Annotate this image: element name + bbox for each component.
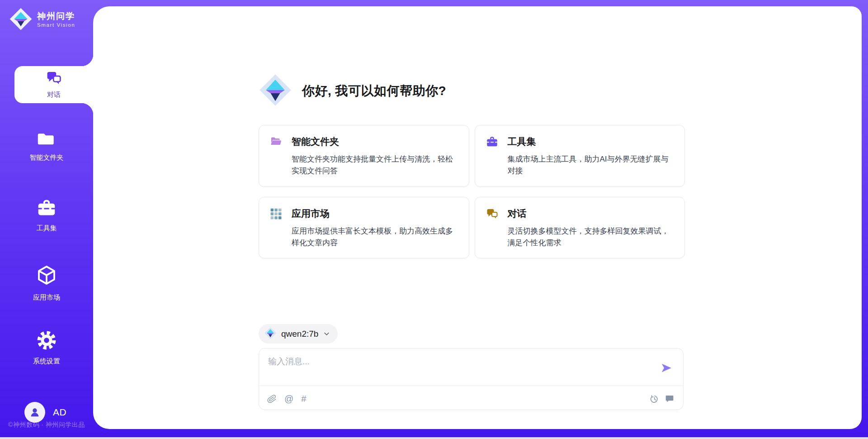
- sidebar-item-toolset[interactable]: 工具集: [0, 198, 93, 233]
- sidebar-item-label: 应用市场: [33, 293, 60, 302]
- sidebar-item-label: 工具集: [37, 224, 57, 233]
- sidebar-item-app-market[interactable]: 应用市场: [0, 264, 93, 302]
- chat-icon: [486, 207, 508, 221]
- greeting: 你好, 我可以如何帮助你?: [259, 73, 446, 109]
- hash-icon[interactable]: #: [301, 394, 306, 403]
- brand-diamond-icon: [9, 7, 33, 33]
- model-selector[interactable]: qwen2:7b: [259, 324, 338, 344]
- cube-icon: [36, 264, 57, 288]
- chat-icon: [46, 70, 62, 87]
- briefcase-icon: [37, 198, 57, 219]
- brand-logo: 神州问学 Smart Vision: [9, 7, 75, 33]
- composer-toolbar: @ #: [267, 390, 674, 407]
- history-icon[interactable]: [650, 394, 659, 404]
- greeting-title: 你好, 我可以如何帮助你?: [302, 82, 446, 100]
- avatar: [24, 402, 45, 423]
- card-toolset[interactable]: 工具集 集成市场上主流工具，助力AI与外界无缝扩展与对接: [475, 125, 685, 187]
- chevron-down-icon: [323, 330, 330, 338]
- feature-cards: 智能文件夹 智能文件夹功能支持批量文件上传与清洗，轻松实现文件问答: [259, 125, 685, 258]
- composer-divider: [259, 386, 683, 386]
- brand-name: 神州问学: [37, 11, 75, 21]
- sidebar-item-smart-folder[interactable]: 智能文件夹: [0, 130, 93, 162]
- sidebar-item-label: 智能文件夹: [30, 153, 64, 162]
- brand-subtitle: Smart Vision: [37, 22, 75, 28]
- sidebar-item-settings[interactable]: 系统设置: [0, 330, 93, 366]
- card-title: 对话: [508, 207, 674, 221]
- briefcase-icon: [486, 135, 508, 149]
- card-description: 集成市场上主流工具，助力AI与外界无缝扩展与对接: [508, 153, 674, 177]
- card-description: 智能文件夹功能支持批量文件上传与清洗，轻松实现文件问答: [292, 153, 458, 177]
- app-background: 神州问学 Smart Vision 对话 智: [0, 0, 868, 437]
- folder-icon: [37, 130, 56, 148]
- gear-icon: [37, 330, 57, 352]
- card-description: 应用市场提供丰富长文本模板，助力高效生成多样化文章内容: [292, 225, 458, 249]
- card-title: 智能文件夹: [292, 135, 458, 149]
- folder-open-icon: [270, 135, 292, 149]
- sidebar-item-label: 系统设置: [33, 357, 60, 366]
- at-icon[interactable]: @: [284, 394, 293, 403]
- card-app-market[interactable]: 应用市场 应用市场提供丰富长文本模板，助力高效生成多样化文章内容: [259, 197, 469, 259]
- main-panel: 你好, 我可以如何帮助你? 智能文件夹 智能文件夹功能支持批量文件上传与清洗，轻…: [93, 6, 862, 429]
- card-smart-folder[interactable]: 智能文件夹 智能文件夹功能支持批量文件上传与清洗，轻松实现文件问答: [259, 125, 469, 187]
- message-input[interactable]: [267, 355, 655, 382]
- paperclip-icon[interactable]: [266, 393, 277, 404]
- model-diamond-icon: [264, 327, 277, 341]
- grid-icon: [270, 207, 292, 221]
- card-chat[interactable]: 对话 灵活切换多模型文件，支持多样回复效果调试，满足个性化需求: [475, 197, 685, 259]
- sidebar-item-chat[interactable]: 对话: [14, 66, 93, 103]
- card-description: 灵活切换多模型文件，支持多样回复效果调试，满足个性化需求: [508, 225, 674, 249]
- copyright-text: ©神州数码 · 神州问学出品: [0, 421, 93, 429]
- user-profile[interactable]: AD: [24, 402, 66, 423]
- chat-bubble-icon[interactable]: [665, 394, 674, 403]
- assistant-diamond-icon: [259, 73, 292, 109]
- model-name: qwen2:7b: [281, 329, 318, 339]
- card-title: 工具集: [508, 135, 674, 149]
- send-icon[interactable]: [660, 362, 672, 374]
- user-initials: AD: [53, 407, 66, 418]
- sidebar: 神州问学 Smart Vision 对话 智: [0, 0, 93, 437]
- message-composer: @ #: [259, 348, 684, 410]
- card-title: 应用市场: [292, 207, 458, 221]
- sidebar-item-label: 对话: [47, 91, 61, 99]
